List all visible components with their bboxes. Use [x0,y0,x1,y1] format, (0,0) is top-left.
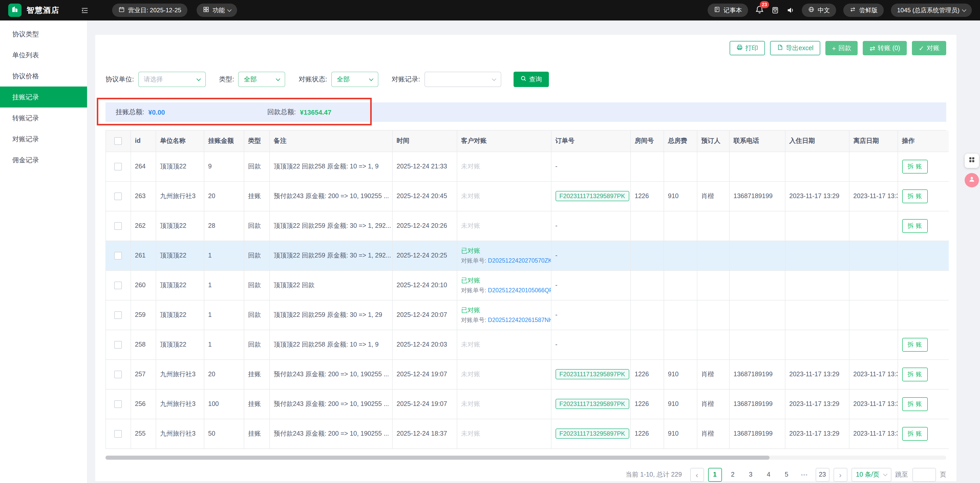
language-button[interactable]: 中文 [802,3,836,17]
row-checkbox[interactable] [115,430,122,437]
row-checkbox[interactable] [115,222,122,230]
cell-action: 拆账 [897,389,949,419]
split-account-button[interactable]: 拆账 [902,159,928,173]
cell-type: 回款 [244,211,269,241]
table-row[interactable]: 264顶顶顶229回款顶顶顶22 回款258 原金额: 10 => 1, 920… [106,151,949,181]
export-excel-button[interactable]: 导出excel [770,41,820,55]
table-row[interactable]: 262顶顶顶2228回款顶顶顶22 回款259 原金额: 30 => 1, 29… [106,211,949,241]
table-row[interactable]: 261顶顶顶221回款顶顶顶22 回款259 原金额: 30 => 1, 292… [106,241,949,270]
cell-amount: 50 [204,419,244,448]
cell-time: 2025-12-24 20:07 [392,300,457,330]
cell-room: 1226 [630,359,663,389]
order-number-tag[interactable]: F2023111713295897PK [555,429,629,439]
unit-select[interactable]: 请选择 [138,71,205,87]
type-select[interactable]: 全部 [239,71,285,87]
customer-service-button[interactable] [965,173,979,187]
row-checkbox[interactable] [115,341,122,348]
beta-button[interactable]: 尝鲜版 [843,3,884,17]
print-button[interactable]: 打印 [729,41,765,55]
sidebar-item-协议价格[interactable]: 协议价格 [0,65,87,86]
notification-bell[interactable]: 23 [755,5,764,16]
cell-booker [697,241,729,270]
column-header: id [130,130,156,151]
next-page-button[interactable]: › [833,468,847,481]
app-logo [8,3,22,17]
sidebar-item-挂账记录[interactable]: 挂账记录 [0,86,87,108]
page-button[interactable]: 5 [780,468,793,481]
record-select[interactable] [424,71,501,87]
reconcile-no-link[interactable]: D2025122420105066QP [488,287,551,293]
sidebar-item-佣金记录[interactable]: 佣金记录 [0,149,87,170]
page-button[interactable]: 2 [726,468,740,481]
status-done: 已对账 [461,246,547,255]
row-checkbox[interactable] [115,252,122,259]
row-checkbox[interactable] [115,311,122,319]
menu-fold-icon[interactable] [81,6,89,14]
speaker-icon[interactable] [786,6,795,14]
reconcile-no-link[interactable]: D2025122420261587NH [488,317,551,323]
split-account-button[interactable]: 拆账 [902,189,928,203]
cell-unit: 顶顶顶22 [156,241,204,270]
column-header: 订单号 [551,130,630,151]
sidebar-item-单位列表[interactable]: 单位列表 [0,44,87,65]
filter-bar: 协议单位: 请选择 类型: 全部 对账状态: 全部 对账记 [105,71,946,87]
column-header: 操作 [897,130,949,151]
page-button[interactable]: 1 [708,468,722,481]
order-number-tag[interactable]: F2023111713295897PK [555,191,629,201]
functions-button[interactable]: 功能 [197,3,237,17]
received-total-label: 回款总额: [267,108,296,117]
row-checkbox[interactable] [115,162,122,170]
row-checkbox[interactable] [115,370,122,378]
jump-page-input[interactable] [912,468,936,481]
cell-id: 258 [130,330,156,359]
user-menu-button[interactable]: 1045 (总店系统管理员) [891,3,972,17]
row-checkbox[interactable] [115,281,122,289]
table-row[interactable]: 263九州旅行社320挂账预付款243 原金额: 200 => 10, 1902… [106,181,949,211]
split-account-button[interactable]: 拆账 [902,397,928,411]
transfer-button[interactable]: ⇄ 转账 (0) [863,41,907,55]
table-row[interactable]: 259顶顶顶221回款顶顶顶22 回款259 原金额: 30 => 1, 292… [106,300,949,330]
split-account-button[interactable]: 拆账 [902,338,928,351]
sidebar-item-对账记录[interactable]: 对账记录 [0,129,87,149]
notebook-button[interactable]: 记事本 [708,3,748,17]
cell-remark: 预付款243 原金额: 200 => 10, 190255 ... [269,181,392,211]
reconcile-no-link[interactable]: D2025122420270570ZK [488,257,551,264]
search-button[interactable]: 查询 [513,71,549,87]
table-row[interactable]: 260顶顶顶221回款顶顶顶22 回款2025-12-24 20:10已对账对账… [106,270,949,300]
page-button[interactable]: 23 [815,468,829,481]
app-title: 智慧酒店 [27,5,59,15]
card-reader-icon[interactable] [771,6,779,14]
status-select[interactable]: 全部 [331,71,379,87]
cell-checkout: 2023-11-17 13:31 [849,419,897,448]
order-number-tag[interactable]: F2023111713295897PK [555,369,629,379]
horizontal-scrollbar-thumb[interactable] [105,455,770,459]
repayment-button[interactable]: + 回款 [826,41,858,55]
layout-widget-button[interactable] [965,154,979,168]
app-root: 智慧酒店 营业日: 2025-12-25 功能 记事本 [0,0,980,483]
cell-phone: 13687189199 [729,389,785,419]
select-all-checkbox[interactable] [115,137,122,145]
page-button[interactable]: 3 [744,468,757,481]
grid-icon [968,156,975,165]
table-row[interactable]: 257九州旅行社320挂账预付款243 原金额: 200 => 10, 1902… [106,359,949,389]
page-size-select[interactable]: 10 条/页 [851,468,891,481]
split-account-button[interactable]: 拆账 [902,427,928,440]
table-row[interactable]: 256九州旅行社3100挂账预付款243 原金额: 200 => 10, 190… [106,389,949,419]
split-account-button[interactable]: 拆账 [902,219,928,233]
reconcile-no: 对账单号: D2025122420105066QP [461,286,547,294]
order-number-tag[interactable]: F2023111713295897PK [555,399,629,409]
cell-checkout [849,300,897,330]
table-row[interactable]: 255九州旅行社350挂账预付款243 原金额: 200 => 10, 1902… [106,419,949,448]
row-checkbox[interactable] [115,192,122,200]
row-checkbox[interactable] [115,400,122,408]
status-filter-label: 对账状态: [299,75,327,84]
split-account-button[interactable]: 拆账 [902,367,928,381]
business-day-button[interactable]: 营业日: 2025-12-25 [112,3,188,17]
prev-page-button[interactable]: ‹ [690,468,704,481]
reconcile-button[interactable]: ✓ 对账 [912,41,946,55]
page-button[interactable]: 4 [762,468,775,481]
sidebar-item-协议类型[interactable]: 协议类型 [0,24,87,44]
sidebar-item-转账记录[interactable]: 转账记录 [0,108,87,129]
table-row[interactable]: 258顶顶顶221回款顶顶顶22 回款258 原金额: 10 => 1, 920… [106,330,949,359]
cell-status: 未对账 [457,151,551,181]
